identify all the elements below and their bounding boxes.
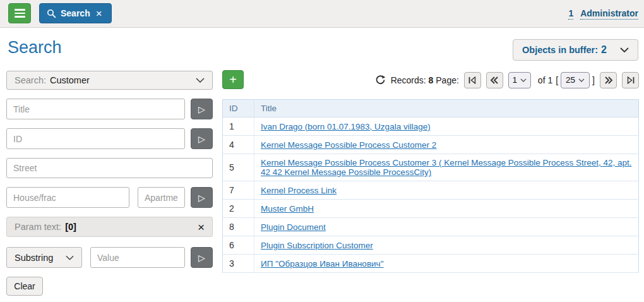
buffer-label: Objects in buffer:: [522, 45, 598, 55]
records-count: 8: [429, 75, 434, 85]
record-title-link[interactable]: Plugin Subscription Customer: [261, 241, 373, 250]
title-field[interactable]: [6, 99, 185, 119]
search-icon: [47, 9, 56, 18]
play-icon: ▷: [198, 253, 205, 263]
pagination-bar: Records: 8 Page: 1: [375, 71, 639, 88]
table-row: 1 Ivan Drago (born 01.07.1983, Uzgala vi…: [223, 118, 639, 136]
first-page-icon: [468, 76, 477, 84]
table-row: 6 Plugin Subscription Customer: [223, 236, 639, 255]
hamburger-icon: [15, 16, 25, 18]
record-id: 2: [223, 200, 254, 218]
clear-button-label: Clear: [14, 281, 35, 291]
prev-page-button[interactable]: [486, 72, 503, 88]
of-pages-label: of 1: [538, 75, 552, 85]
param-text-bar: Param text: [0] ×: [6, 217, 213, 237]
double-chevron-right-icon: [604, 76, 613, 84]
run-value-search-button[interactable]: ▷: [191, 247, 213, 268]
param-clear-icon[interactable]: ×: [198, 221, 205, 233]
table-header-row: ID Title: [223, 100, 639, 118]
record-id: 1: [223, 118, 254, 136]
play-icon: ▷: [198, 134, 205, 144]
last-page-button[interactable]: [622, 72, 639, 88]
table-row: 5 Kernel Message Possible Process Custom…: [223, 154, 639, 181]
page-size-select[interactable]: 25: [561, 72, 590, 88]
substring-select[interactable]: Substring: [6, 247, 82, 268]
tab-search-label: Search: [61, 8, 90, 18]
top-bar: Search × 1 Administrator: [0, 0, 644, 28]
last-page-icon: [626, 76, 635, 84]
first-page-button[interactable]: [464, 72, 481, 88]
param-text-label: Param text:: [15, 222, 61, 232]
hamburger-icon: [15, 9, 25, 11]
table-row: 2 Muster GmbH: [223, 200, 639, 218]
search-page: Search × 1 Administrator Search Objects …: [0, 0, 644, 302]
chevron-down-icon: [520, 78, 527, 82]
record-title-link[interactable]: Muster GmbH: [261, 204, 314, 214]
chevron-down-icon: [620, 47, 629, 52]
record-title-link[interactable]: ИП "Образцов Иван Иванович": [261, 259, 383, 269]
record-id: 4: [223, 136, 254, 154]
street-field[interactable]: [6, 158, 213, 178]
bracket-open: [: [556, 75, 558, 85]
table-row: 4 Kernel Message Possible Process Custom…: [223, 136, 639, 154]
record-id: 5: [223, 154, 254, 181]
run-address-search-button[interactable]: ▷: [191, 187, 213, 208]
table-row: 7 Kernel Process Link: [223, 181, 639, 200]
page-title: Search: [8, 38, 62, 57]
run-id-search-button[interactable]: ▷: [191, 128, 213, 149]
refresh-icon[interactable]: [375, 75, 386, 85]
page-label: Page:: [436, 75, 459, 85]
value-field[interactable]: [90, 247, 185, 268]
search-panel: Search: Customer ▷ ▷: [6, 71, 213, 296]
apartment-field[interactable]: [138, 187, 185, 208]
record-title-link[interactable]: Ivan Drago (born 01.07.1983, Uzgala vill…: [261, 122, 431, 131]
search-type-label: Search:: [15, 75, 46, 85]
run-title-search-button[interactable]: ▷: [191, 99, 213, 119]
user-id-link[interactable]: 1: [568, 8, 573, 20]
page-number-value: 1: [513, 75, 518, 85]
play-icon: ▷: [198, 193, 205, 203]
chevron-down-icon: [66, 255, 74, 260]
page-number-select[interactable]: 1: [508, 72, 531, 88]
clear-button[interactable]: Clear: [6, 277, 43, 296]
record-title-link[interactable]: Kernel Process Link: [261, 186, 337, 195]
objects-in-buffer-dropdown[interactable]: Objects in buffer: 2: [513, 39, 638, 61]
search-type-value: Customer: [50, 75, 90, 85]
double-chevron-left-icon: [490, 76, 499, 84]
tab-search[interactable]: Search ×: [39, 3, 112, 23]
buffer-count: 2: [601, 44, 607, 56]
record-title-link[interactable]: Plugin Document: [261, 222, 326, 232]
record-title-link[interactable]: Kernel Message Possible Process Customer…: [261, 140, 436, 150]
table-row: 8 Plugin Document: [223, 218, 639, 236]
results-table: ID Title 1 Ivan Drago (born 01.07.1983, …: [222, 99, 639, 273]
page-size-value: 25: [566, 75, 575, 85]
next-page-button[interactable]: [600, 72, 617, 88]
substring-value: Substring: [15, 253, 53, 263]
record-title-link[interactable]: Kernel Message Possible Process Customer…: [261, 158, 632, 177]
record-id: 8: [223, 218, 254, 236]
hamburger-icon: [15, 13, 25, 15]
bracket-close: ]: [592, 75, 595, 85]
main-menu-button[interactable]: [8, 3, 31, 23]
house-field[interactable]: [6, 187, 129, 208]
results-toolbar: + Records: 8 Page:: [222, 70, 639, 89]
plus-icon: +: [229, 73, 237, 86]
search-type-select[interactable]: Search: Customer: [6, 71, 213, 90]
chevron-down-icon: [578, 78, 585, 82]
results-area: + Records: 8 Page:: [222, 70, 639, 273]
id-field[interactable]: [6, 128, 185, 149]
param-text-count: [0]: [65, 222, 76, 232]
record-id: 3: [223, 255, 254, 273]
user-name-link[interactable]: Administrator: [580, 8, 638, 20]
chevron-down-icon: [196, 78, 205, 83]
record-id: 6: [223, 236, 254, 255]
play-icon: ▷: [198, 104, 205, 114]
table-row: 3 ИП "Образцов Иван Иванович": [223, 255, 639, 273]
record-id: 7: [223, 181, 254, 200]
column-header-title[interactable]: Title: [254, 100, 639, 118]
tab-close-icon[interactable]: ×: [96, 8, 102, 19]
column-header-id[interactable]: ID: [223, 100, 254, 118]
add-record-button[interactable]: +: [222, 70, 244, 89]
user-area: 1 Administrator: [568, 8, 638, 20]
records-label: Records:: [391, 75, 426, 85]
